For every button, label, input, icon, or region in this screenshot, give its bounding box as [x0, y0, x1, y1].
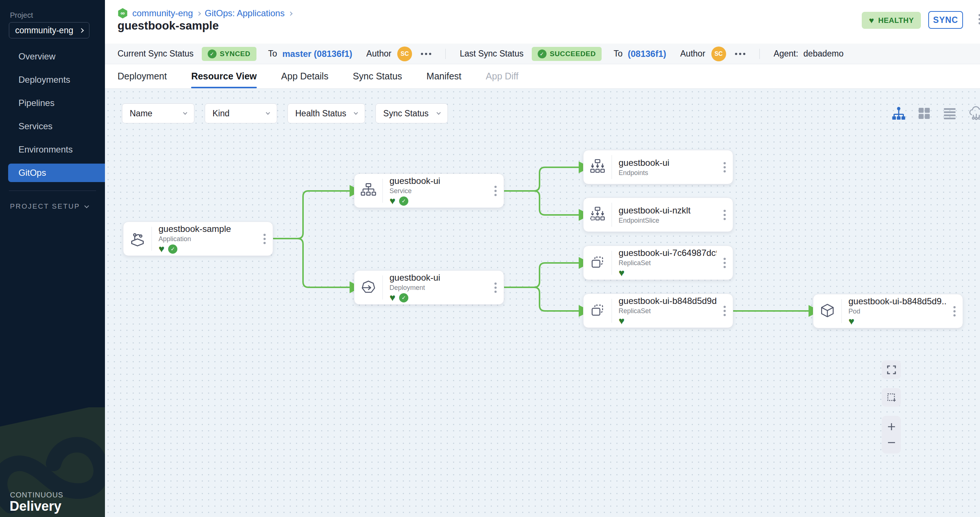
tab-manifest[interactable]: Manifest	[426, 64, 461, 88]
healthy-heart-icon: ♥	[390, 196, 395, 206]
list-view-icon[interactable]	[942, 106, 957, 121]
node-application-guestbook-sample[interactable]: guestbook-sample Application ♥ ✓	[123, 222, 273, 256]
chevron-down-icon	[436, 110, 441, 114]
zoom-control	[882, 416, 901, 454]
sidebar-item-label: Deployments	[19, 75, 70, 85]
node-menu-icon[interactable]	[716, 258, 733, 268]
brand-panel: CONTINUOUS Delivery	[0, 407, 105, 517]
edge-deployment-replicaset1	[504, 263, 580, 287]
node-menu-icon[interactable]	[256, 234, 273, 244]
edge-app-deployment	[273, 239, 351, 287]
health-badge-label: HEALTHY	[878, 16, 914, 25]
node-menu-icon[interactable]	[487, 282, 504, 293]
sync-button[interactable]: SYNC	[928, 11, 963, 29]
edge-service-endpointslice	[504, 191, 580, 215]
node-menu-icon[interactable]	[716, 306, 733, 316]
node-endpoints-guestbook-ui[interactable]: guestbook-ui Endpoints ♥ ✓	[583, 150, 733, 184]
synced-check-icon: ✓	[399, 293, 408, 303]
commit-more-icon[interactable]	[421, 53, 431, 55]
edge-app-service	[273, 191, 351, 239]
main-area: ∞ community-eng GitOps: Applications gue…	[105, 0, 980, 517]
project-selector[interactable]: community-eng	[9, 22, 89, 38]
node-title: guestbook-ui-nzklt	[619, 205, 716, 216]
node-replicaset-guestbook-ui-7c64987dc9[interactable]: guestbook-ui-7c64987dc9 ReplicaSet ♥ ✓	[583, 246, 733, 280]
zoom-in-button[interactable]	[887, 422, 896, 431]
node-title: guestbook-sample	[159, 224, 256, 234]
sidebar: Project community-eng Overview Deploymen…	[0, 0, 105, 517]
breadcrumb-link-project[interactable]: community-eng	[132, 8, 193, 19]
app-window: Project community-eng Overview Deploymen…	[0, 0, 980, 517]
sidebar-item-label: Services	[19, 121, 52, 132]
author-label: Author	[366, 49, 391, 59]
node-menu-icon[interactable]	[487, 186, 504, 196]
sidebar-item-gitops[interactable]: GitOps	[8, 163, 105, 182]
sidebar-item-environments[interactable]: Environments	[0, 140, 105, 159]
sidebar-item-deployments[interactable]: Deployments	[0, 71, 105, 89]
succeeded-badge: ✓ SUCCEEDED	[532, 47, 602, 61]
brand-subtitle: CONTINUOUS	[10, 491, 63, 499]
sidebar-item-label: Pipelines	[19, 98, 54, 108]
endpointslice-icon	[584, 206, 612, 224]
author-avatar: SC	[397, 46, 412, 61]
node-title: guestbook-ui	[619, 158, 716, 168]
node-kind: Deployment	[390, 284, 487, 292]
filter-sync-status[interactable]: Sync Status	[375, 103, 448, 123]
node-title: guestbook-ui-b848d5d9...	[848, 296, 947, 306]
node-menu-icon[interactable]	[716, 210, 733, 220]
pod-icon	[813, 303, 842, 320]
chevron-down-icon	[84, 203, 89, 208]
gitops-logo-icon: ∞	[118, 8, 128, 19]
node-title: guestbook-ui-7c64987dc9	[619, 248, 716, 258]
chevron-down-icon	[183, 110, 187, 114]
node-replicaset-guestbook-ui-b848d5d9d[interactable]: guestbook-ui-b848d5d9d ReplicaSet ♥ ✓	[583, 293, 733, 328]
tab-sync-status[interactable]: Sync Status	[353, 64, 402, 88]
node-kind: ReplicaSet	[619, 259, 716, 267]
filter-health-status[interactable]: Health Status	[288, 103, 365, 123]
sidebar-item-label: Environments	[19, 144, 73, 155]
tab-deployment[interactable]: Deployment	[118, 64, 167, 88]
page-header: ∞ community-eng GitOps: Applications gue…	[105, 0, 980, 44]
project-selector-value: community-eng	[15, 25, 73, 35]
last-revision-link[interactable]: (08136f1)	[628, 49, 666, 59]
marquee-select-button[interactable]	[882, 388, 901, 407]
node-menu-icon[interactable]	[716, 162, 733, 173]
breadcrumb-link-applications[interactable]: GitOps: Applications	[205, 8, 285, 19]
succeeded-badge-label: SUCCEEDED	[550, 50, 596, 58]
breadcrumb-separator-icon	[197, 11, 200, 16]
resource-graph-canvas[interactable]: Name Kind Health Status Sync Status	[105, 89, 980, 517]
node-service-guestbook-ui[interactable]: guestbook-ui Service ♥ ✓	[354, 174, 504, 208]
tree-view-icon[interactable]	[891, 106, 906, 121]
page-title: guestbook-sample	[118, 19, 219, 32]
node-kind: EndpointSlice	[619, 217, 716, 225]
tab-app-details[interactable]: App Details	[281, 64, 329, 88]
filter-label: Sync Status	[383, 109, 429, 119]
agent-value: debademo	[803, 49, 844, 59]
grid-view-icon[interactable]	[917, 106, 931, 121]
current-sync-status-label: Current Sync Status	[118, 49, 194, 59]
node-menu-icon[interactable]	[947, 306, 963, 317]
sidebar-item-pipelines[interactable]: Pipelines	[0, 94, 105, 112]
cloud-network-view-icon[interactable]	[968, 106, 980, 121]
sidebar-item-overview[interactable]: Overview	[0, 47, 105, 66]
zoom-out-button[interactable]	[887, 438, 896, 447]
filter-kind[interactable]: Kind	[205, 103, 277, 123]
node-endpointslice-guestbook-ui-nzklt[interactable]: guestbook-ui-nzklt EndpointSlice ♥ ✓	[583, 198, 733, 232]
chevron-down-icon	[266, 110, 270, 114]
tab-app-diff[interactable]: App Diff	[486, 64, 519, 88]
synced-check-icon: ✓	[399, 197, 408, 206]
node-deployment-guestbook-ui[interactable]: guestbook-ui Deployment ♥ ✓	[354, 270, 504, 304]
view-toggle-group	[891, 106, 980, 121]
sync-status-bar: Current Sync Status ✓ SYNCED To master (…	[105, 44, 980, 64]
filter-label: Kind	[213, 109, 229, 119]
commit-more-icon[interactable]	[735, 53, 745, 55]
current-revision-link[interactable]: master (08136f1)	[282, 49, 352, 59]
node-pod-guestbook-ui-b848d5d9[interactable]: guestbook-ui-b848d5d9... Pod ♥ ✓	[813, 294, 963, 328]
filter-name[interactable]: Name	[122, 103, 194, 123]
project-setup-toggle[interactable]: PROJECT SETUP	[10, 202, 88, 211]
chevron-right-icon	[79, 28, 84, 33]
sidebar-item-services[interactable]: Services	[0, 117, 105, 136]
fit-to-screen-button[interactable]	[882, 360, 901, 379]
synced-badge-label: SYNCED	[220, 50, 251, 58]
header-menu-icon[interactable]	[978, 14, 980, 24]
tab-resource-view[interactable]: Resource View	[191, 64, 256, 88]
